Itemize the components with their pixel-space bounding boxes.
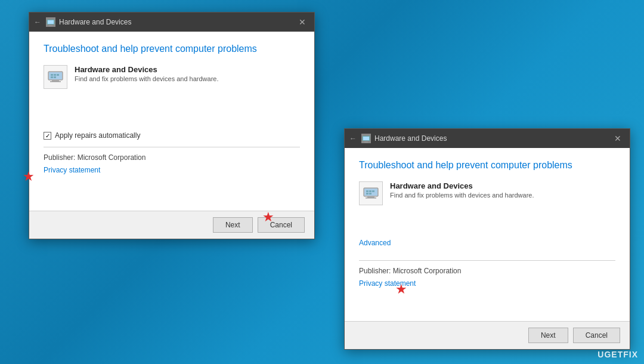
cancel-button-2[interactable]: Cancel	[573, 328, 620, 343]
svg-rect-16	[364, 142, 368, 143]
cancel-button-1[interactable]: Cancel	[258, 217, 305, 233]
svg-rect-6	[51, 74, 53, 76]
svg-rect-23	[369, 193, 371, 195]
item-info-1: Hardware and Devices Find and fix proble…	[75, 65, 219, 82]
hardware-icon-2	[359, 181, 383, 205]
svg-rect-2	[47, 24, 54, 26]
titlebar-2: ← Hardware and Devices ✕	[345, 129, 630, 148]
checkbox-label-1: Apply repairs automatically	[55, 131, 140, 140]
troubleshoot-item-2: Hardware and Devices Find and fix proble…	[359, 181, 615, 205]
watermark: UGETFIX	[597, 350, 638, 359]
svg-rect-22	[366, 193, 369, 195]
window-icon-1	[46, 17, 55, 27]
back-button-2[interactable]: ←	[349, 134, 357, 143]
publisher-2: Publisher: Microsoft Corporation	[359, 267, 615, 275]
title-text-2: Hardware and Devices	[374, 134, 607, 143]
item-title-2: Hardware and Devices	[390, 181, 534, 190]
privacy-link-2[interactable]: Privacy statement	[359, 279, 416, 288]
item-info-2: Hardware and Devices Find and fix proble…	[390, 181, 534, 199]
separator-2	[359, 260, 615, 261]
apply-repairs-checkbox[interactable]: ✓	[44, 132, 51, 140]
privacy-link-1[interactable]: Privacy statement	[44, 166, 100, 174]
titlebar-1: ← Hardware and Devices ✕	[29, 13, 314, 32]
dialog-heading-2: Troubleshoot and help prevent computer p…	[359, 160, 615, 171]
svg-rect-9	[51, 76, 53, 78]
svg-rect-19	[366, 190, 369, 192]
publisher-1: Publisher: Microsoft Corporation	[44, 153, 300, 162]
svg-rect-14	[363, 137, 369, 140]
svg-rect-3	[49, 26, 52, 26]
close-button-2[interactable]: ✕	[611, 133, 625, 144]
svg-rect-8	[57, 74, 59, 76]
svg-rect-21	[372, 190, 374, 192]
svg-rect-10	[54, 76, 56, 78]
svg-rect-12	[50, 81, 61, 82]
dialog-body-2: Troubleshoot and help prevent computer p…	[345, 148, 630, 321]
dialog-footer-1: Next Cancel	[29, 211, 314, 239]
svg-rect-20	[369, 190, 371, 192]
svg-rect-15	[363, 141, 370, 142]
svg-rect-7	[54, 74, 56, 76]
back-button-1[interactable]: ←	[34, 18, 41, 26]
svg-rect-1	[48, 20, 54, 24]
hardware-icon-1	[44, 65, 67, 89]
next-button-2[interactable]: Next	[528, 328, 568, 343]
dialog-heading-1: Troubleshoot and help prevent computer p…	[44, 44, 300, 54]
item-desc-2: Find and fix problems with devices and h…	[390, 192, 534, 199]
item-title-1: Hardware and Devices	[75, 65, 219, 74]
dialog-hardware-1: ← Hardware and Devices ✕ Troubleshoot an…	[29, 12, 315, 239]
svg-rect-11	[52, 80, 59, 81]
title-text-1: Hardware and Devices	[59, 18, 292, 26]
svg-rect-25	[366, 198, 376, 199]
troubleshoot-item-1: Hardware and Devices Find and fix proble…	[44, 65, 300, 89]
close-button-1[interactable]: ✕	[295, 17, 309, 27]
dialog-footer-2: Next Cancel	[345, 321, 630, 349]
advanced-link-2[interactable]: Advanced	[359, 239, 391, 247]
checkbox-row-1: ✓ Apply repairs automatically	[44, 131, 300, 140]
item-desc-1: Find and fix problems with devices and h…	[75, 75, 219, 82]
dialog-hardware-2: ← Hardware and Devices ✕ Troubleshoot an…	[344, 128, 630, 350]
dialog-body-1: Troubleshoot and help prevent computer p…	[29, 32, 314, 211]
separator-1	[44, 147, 300, 147]
window-icon-2	[361, 134, 371, 143]
svg-rect-24	[367, 196, 374, 198]
next-button-1[interactable]: Next	[213, 217, 253, 233]
